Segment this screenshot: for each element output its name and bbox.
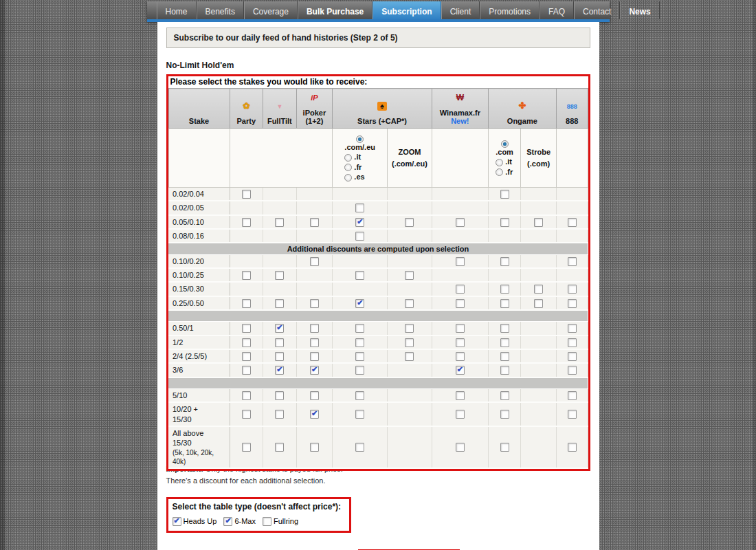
checkbox-fulltilt-1-2[interactable] xyxy=(275,338,284,347)
checkbox-ipoker-5-10[interactable] xyxy=(310,391,319,400)
checkbox-winamax-0-50-1[interactable] xyxy=(456,324,465,333)
radio-ongame-network-it[interactable] xyxy=(496,159,503,166)
checkbox-party-0-05-0-10[interactable] xyxy=(242,218,251,227)
checkbox-888-0-25-0-50[interactable] xyxy=(568,299,577,308)
nav-tab-home[interactable]: Home xyxy=(157,1,197,19)
checkbox-party-0-25-0-50[interactable] xyxy=(242,299,251,308)
checkbox-fulltilt-0-05-0-10[interactable] xyxy=(275,218,284,227)
checkbox-ipoker-all-above[interactable] xyxy=(310,443,319,452)
checkbox-stars-0-10-0-25[interactable] xyxy=(355,271,364,280)
checkbox-stars-0-08-0-16[interactable] xyxy=(355,232,364,241)
checkbox-party-0-10-0-25[interactable] xyxy=(242,271,251,280)
tabletype-option-heads-up[interactable]: Heads Up xyxy=(173,517,217,525)
checkbox-zoom-0-25-0-50[interactable] xyxy=(405,299,414,308)
checkbox-zoom-1-2[interactable] xyxy=(405,338,414,347)
checkbox-stars-3-6[interactable] xyxy=(355,366,364,375)
nav-tab-news[interactable]: News xyxy=(620,1,659,19)
checkbox-ongame-2-4-2-5-5[interactable] xyxy=(500,352,509,361)
checkbox-888-3-6[interactable] xyxy=(568,366,577,375)
checkbox-fullring[interactable] xyxy=(263,517,271,526)
nav-tab-faq[interactable]: FAQ xyxy=(540,1,574,19)
checkbox-888-all-above[interactable] xyxy=(568,443,577,452)
checkbox-winamax-10-20[interactable] xyxy=(456,410,465,419)
checkbox-ipoker-1-2[interactable] xyxy=(310,338,319,347)
checkbox-winamax-0-05-0-10[interactable] xyxy=(456,218,465,227)
nav-tab-benefits[interactable]: Benefits xyxy=(197,1,244,19)
checkbox-888-0-10-0-20[interactable] xyxy=(568,257,577,266)
checkbox-stars-all-above[interactable] xyxy=(355,443,364,452)
checkbox-party-1-2[interactable] xyxy=(242,338,251,347)
checkbox-fulltilt-2-4-2-5-5[interactable] xyxy=(275,352,284,361)
checkbox-ipoker-3-6[interactable] xyxy=(310,366,319,375)
checkbox-6-max[interactable] xyxy=(223,517,232,526)
nav-tab-bulk-purchase[interactable]: Bulk Purchase xyxy=(298,1,373,19)
checkbox-ipoker-0-50-1[interactable] xyxy=(310,324,319,333)
checkbox-ipoker-0-25-0-50[interactable] xyxy=(310,299,319,308)
checkbox-888-0-50-1[interactable] xyxy=(568,324,577,333)
checkbox-ongame-0-15-0-30[interactable] xyxy=(500,285,509,294)
checkbox-zoom-0-10-0-25[interactable] xyxy=(405,271,414,280)
radio-stars-network-com-eu[interactable] xyxy=(356,135,364,143)
checkbox-fulltilt-5-10[interactable] xyxy=(275,391,284,400)
checkbox-winamax-0-10-0-20[interactable] xyxy=(456,257,465,266)
checkbox-party-0-02-0-04[interactable] xyxy=(242,190,251,199)
checkbox-winamax-0-25-0-50[interactable] xyxy=(456,299,465,308)
checkbox-888-5-10[interactable] xyxy=(568,391,577,400)
checkbox-winamax-0-15-0-30[interactable] xyxy=(456,285,465,294)
radio-stars-network-es[interactable] xyxy=(344,174,352,182)
checkbox-zoom-0-50-1[interactable] xyxy=(405,324,414,333)
checkbox-strobe-0-15-0-30[interactable] xyxy=(534,285,543,294)
checkbox-party-10-20[interactable] xyxy=(242,410,251,419)
checkbox-ipoker-0-05-0-10[interactable] xyxy=(310,218,319,227)
checkbox-888-0-15-0-30[interactable] xyxy=(568,285,577,294)
checkbox-ipoker-0-10-0-20[interactable] xyxy=(310,257,319,266)
checkbox-fulltilt-10-20[interactable] xyxy=(275,410,284,419)
checkbox-strobe-0-25-0-50[interactable] xyxy=(534,299,543,308)
checkbox-stars-0-25-0-50[interactable] xyxy=(355,299,364,308)
checkbox-stars-0-05-0-10[interactable] xyxy=(355,218,364,227)
checkbox-ongame-all-above[interactable] xyxy=(500,443,509,452)
nav-tab-contact[interactable]: Contact xyxy=(574,1,620,19)
radio-ongame-network-com[interactable] xyxy=(501,140,509,148)
checkbox-ongame-0-02-0-04[interactable] xyxy=(500,190,509,199)
checkbox-ongame-3-6[interactable] xyxy=(500,366,509,375)
checkbox-888-0-05-0-10[interactable] xyxy=(568,218,577,227)
checkbox-fulltilt-0-50-1[interactable] xyxy=(275,324,284,333)
checkbox-ongame-0-50-1[interactable] xyxy=(500,324,509,333)
checkbox-stars-1-2[interactable] xyxy=(355,338,364,347)
checkbox-stars-0-50-1[interactable] xyxy=(355,324,364,333)
checkbox-party-all-above[interactable] xyxy=(242,443,251,452)
checkbox-heads-up[interactable] xyxy=(173,517,181,526)
checkbox-888-1-2[interactable] xyxy=(568,338,577,347)
checkbox-party-0-50-1[interactable] xyxy=(242,324,251,333)
radio-stars-network-it[interactable] xyxy=(344,154,352,162)
checkbox-ongame-0-05-0-10[interactable] xyxy=(500,218,509,227)
checkbox-stars-10-20[interactable] xyxy=(355,410,364,419)
checkbox-fulltilt-all-above[interactable] xyxy=(275,443,284,452)
tabletype-option-6-max[interactable]: 6-Max xyxy=(223,517,256,525)
checkbox-strobe-0-05-0-10[interactable] xyxy=(534,218,543,227)
checkbox-winamax-1-2[interactable] xyxy=(456,338,465,347)
checkbox-party-2-4-2-5-5[interactable] xyxy=(242,352,251,361)
checkbox-winamax-2-4-2-5-5[interactable] xyxy=(456,352,465,361)
checkbox-zoom-0-05-0-10[interactable] xyxy=(405,218,414,227)
checkbox-ipoker-2-4-2-5-5[interactable] xyxy=(310,352,319,361)
checkbox-fulltilt-0-25-0-50[interactable] xyxy=(275,299,284,308)
checkbox-party-5-10[interactable] xyxy=(242,391,251,400)
checkbox-winamax-all-above[interactable] xyxy=(456,443,465,452)
checkbox-stars-0-02-0-05[interactable] xyxy=(355,204,364,212)
checkbox-ongame-10-20[interactable] xyxy=(500,410,509,419)
checkbox-zoom-2-4-2-5-5[interactable] xyxy=(405,352,414,361)
nav-tab-client[interactable]: Client xyxy=(441,1,480,19)
checkbox-888-10-20[interactable] xyxy=(568,410,577,419)
checkbox-ongame-5-10[interactable] xyxy=(500,391,509,400)
radio-stars-network-fr[interactable] xyxy=(344,164,352,171)
nav-tab-coverage[interactable]: Coverage xyxy=(244,1,298,19)
checkbox-stars-5-10[interactable] xyxy=(355,391,364,400)
radio-ongame-network-fr[interactable] xyxy=(496,168,503,176)
checkbox-ongame-0-10-0-20[interactable] xyxy=(500,257,509,266)
checkbox-winamax-5-10[interactable] xyxy=(456,391,465,400)
checkbox-winamax-3-6[interactable] xyxy=(456,366,465,375)
checkbox-party-3-6[interactable] xyxy=(242,366,251,375)
checkbox-fulltilt-0-10-0-25[interactable] xyxy=(275,271,284,280)
